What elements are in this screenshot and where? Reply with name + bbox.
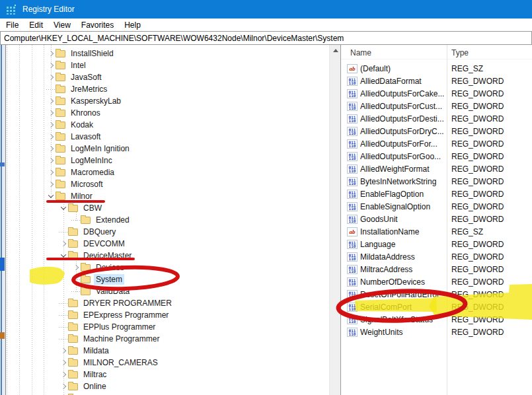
tree-item-mildata[interactable]: Mildata — [6, 345, 340, 357]
menu-view[interactable]: View — [48, 20, 76, 30]
registry-value-row-enablesignaloption[interactable]: 011110 EnableSignalOption REG_DWORD — [341, 200, 532, 213]
expand-chevron-box[interactable] — [46, 192, 56, 201]
expand-chevron-box[interactable] — [71, 215, 81, 225]
expand-chevron-box[interactable] — [46, 156, 56, 165]
folder-icon — [56, 50, 65, 57]
expand-chevron-box[interactable] — [71, 275, 81, 284]
expand-chevron-box[interactable] — [71, 287, 81, 296]
menu-edit[interactable]: Edit — [24, 20, 48, 30]
tree-item-devcomm[interactable]: DEVCOMM — [6, 238, 340, 250]
expand-chevron-box[interactable] — [46, 132, 56, 141]
registry-value-row-numberofdevices[interactable]: 011110 NumberOfDevices REG_DWORD — [341, 275, 532, 288]
tree-vertical-scrollbar[interactable] — [329, 45, 340, 395]
tree-item-microsoft[interactable]: Microsoft — [6, 178, 340, 190]
tree-item-jremetrics[interactable]: JreMetrics — [6, 83, 340, 95]
registry-value-row-enableflagoption[interactable]: 011110 EnableFlagOption REG_DWORD — [341, 188, 532, 200]
registry-value-row-miltracaddress[interactable]: 011110 MiltracAddress REG_DWORD — [341, 263, 532, 275]
expand-chevron-box[interactable] — [46, 120, 56, 129]
expand-chevron-box[interactable] — [59, 299, 68, 308]
tree-item-installshield[interactable]: InstallShield — [6, 48, 340, 59]
registry-value-row-signalbeltxferstatus[interactable]: 011110 SignalBeltXferStatus REG_DWORD — [341, 313, 532, 326]
tree-item-dryer-programmer[interactable]: DRYER PROGRAMMER — [6, 297, 340, 309]
registry-value-row-bytesinnetworkstring[interactable]: 011110 BytesInNetworkString REG_DWORD — [341, 175, 532, 188]
expand-chevron-box[interactable] — [46, 73, 56, 82]
expand-chevron-box[interactable] — [46, 96, 56, 106]
registry-value-row-serialcomport[interactable]: 011110 SerialComPort REG_DWORD — [341, 301, 532, 313]
expand-chevron-box[interactable] — [59, 382, 68, 391]
tree-item-miltrac[interactable]: Miltrac — [6, 369, 340, 380]
registry-value-row-weightunits[interactable]: 011110 WeightUnits REG_DWORD — [341, 326, 532, 338]
tree-item-epplus-programmer[interactable]: EPPlus Programmer — [6, 321, 340, 333]
registry-value-row-allieddataformat[interactable]: 011110 AlliedDataFormat REG_DWORD — [341, 75, 532, 87]
tree-item-validdata[interactable]: ValidData — [6, 285, 340, 297]
expand-chevron-box[interactable] — [59, 239, 68, 248]
tree-item-javasoft[interactable]: JavaSoft — [6, 71, 340, 83]
registry-value-row-alliedoutputsforgoo[interactable]: 011110 AlliedOutputsForGoo... REG_DWORD — [341, 150, 532, 162]
expand-chevron-box[interactable] — [59, 227, 68, 236]
tree-item-lavasoft[interactable]: Lavasoft — [6, 131, 340, 143]
chevron-icon — [48, 182, 54, 187]
registry-value-row-alliedweightformat[interactable]: 011110 AlliedWeightFormat REG_DWORD — [341, 162, 532, 175]
expand-chevron-box[interactable] — [46, 168, 56, 177]
column-header-type[interactable]: Type — [451, 48, 469, 57]
tree-item-devicemaster[interactable]: DeviceMaster — [6, 250, 340, 262]
expand-chevron-box[interactable] — [59, 370, 68, 379]
tree-item-logmeininc[interactable]: LogMeInInc — [6, 155, 340, 166]
registry-value-row-alliedoutputsfordesti[interactable]: 011110 AlliedOutputsForDesti... REG_DWOR… — [341, 112, 532, 125]
tree-item-machine-programmer[interactable]: Machine Programmer — [6, 333, 340, 345]
registry-value-row-language[interactable]: 011110 Language REG_DWORD — [341, 238, 532, 250]
expand-chevron-box[interactable] — [46, 85, 56, 94]
left-strip-line — [1, 45, 2, 395]
registry-value-row-alliedoutputsforcust[interactable]: 011110 AlliedOutputsForCust... REG_DWORD — [341, 100, 532, 112]
registry-value-row-alliedoutputsfordryc[interactable]: 011110 AlliedOutputsForDryC... REG_DWORD — [341, 125, 532, 137]
value-type: REG_DWORD — [447, 240, 504, 249]
tree-item-milnor-cameras[interactable]: MILNOR_CAMERAS — [6, 357, 340, 369]
menu-favorites[interactable]: Favorites — [76, 20, 119, 30]
tree-item-system[interactable]: System — [6, 273, 340, 285]
tree-item-extended[interactable]: Extended — [6, 214, 340, 226]
tree-item-kodak[interactable]: Kodak — [6, 119, 340, 131]
registry-value-row-alliedoutputsforfor[interactable]: 011110 AlliedOutputsForFor... REG_DWORD — [341, 137, 532, 150]
tree-item-macromedia[interactable]: Macromedia — [6, 166, 340, 178]
address-input[interactable]: Computer\HKEY_LOCAL_MACHINE\SOFTWARE\WOW… — [1, 34, 344, 43]
tree-item-online[interactable]: Online — [6, 380, 340, 392]
registry-value-row-mildataaddress[interactable]: 011110 MildataAddress REG_DWORD — [341, 250, 532, 263]
tree-item-kasperskylab[interactable]: KasperskyLab — [6, 95, 340, 107]
tree-item-khronos[interactable]: Khronos — [6, 107, 340, 119]
registry-value-row-alliedoutputsforcake[interactable]: 011110 AlliedOutputsForCake... REG_DWORD — [341, 87, 532, 100]
expand-chevron-box[interactable] — [59, 334, 68, 343]
tree-item-milnor[interactable]: Milnor — [6, 190, 340, 202]
registry-value-row-resetonpollharderror[interactable]: 011110 ResetOnPollHardError REG_DWORD — [341, 288, 532, 301]
column-header-name[interactable]: Name — [350, 48, 371, 57]
menu-help[interactable]: Help — [119, 20, 146, 30]
expand-chevron-box[interactable] — [59, 322, 68, 332]
tree-item-dbquery[interactable]: DBQuery — [6, 226, 340, 238]
folder-icon — [56, 122, 65, 129]
expand-chevron-box[interactable] — [59, 203, 68, 213]
expand-chevron-box[interactable] — [59, 251, 68, 260]
tree-item-cbw[interactable]: CBW — [6, 202, 340, 214]
tree-item-devices[interactable]: Devices — [6, 262, 340, 273]
tree-item-partial[interactable] — [6, 392, 340, 395]
expand-chevron-box[interactable] — [46, 180, 56, 189]
menu-file[interactable]: File — [1, 20, 24, 30]
expand-chevron-box[interactable] — [46, 49, 56, 58]
registry-value-row-goodsunit[interactable]: 011110 GoodsUnit REG_DWORD — [341, 213, 532, 225]
expand-chevron-box[interactable] — [46, 144, 56, 153]
expand-chevron-box[interactable] — [46, 61, 56, 70]
expand-chevron-box[interactable] — [59, 358, 68, 367]
scrollbar-up-arrow[interactable] — [330, 45, 341, 56]
expand-chevron-box[interactable] — [59, 310, 68, 320]
expand-chevron-box[interactable] — [71, 263, 81, 272]
registry-value-row-default[interactable]: ab (Default) REG_SZ — [341, 62, 532, 75]
tree-item-epexpress-programmer[interactable]: EPExpress Programmer — [6, 309, 340, 321]
tree-item-logmein-ignition[interactable]: LogMeIn Ignition — [6, 143, 340, 155]
reg-dword-icon: 011110 — [347, 139, 358, 149]
expand-chevron-box[interactable] — [46, 108, 56, 118]
menu-bar: File Edit View Favorites Help — [0, 18, 532, 31]
tree-item-label: System — [94, 274, 124, 285]
expand-chevron-box[interactable] — [59, 346, 68, 355]
value-type: REG_DWORD — [447, 265, 504, 274]
tree-item-intel[interactable]: Intel — [6, 59, 340, 71]
registry-value-row-installationname[interactable]: ab InstallationName REG_SZ — [341, 225, 532, 238]
